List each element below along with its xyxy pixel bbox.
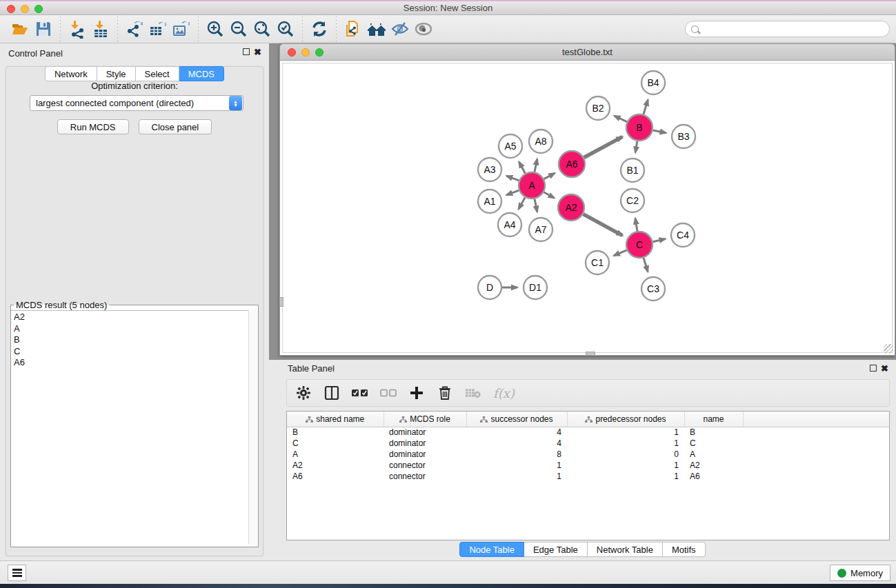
import-network-icon[interactable]	[66, 17, 89, 41]
table-row[interactable]: Bdominator41B	[287, 427, 889, 438]
table-row[interactable]: Cdominator41C	[287, 438, 889, 449]
edge-B-B2[interactable]	[615, 116, 627, 122]
table-row[interactable]: Adominator80A	[287, 449, 889, 460]
cell-shared-name[interactable]: C	[287, 438, 384, 449]
table-tab-network-table[interactable]: Network Table	[588, 542, 663, 557]
edge-A-A2[interactable]	[544, 192, 554, 199]
save-session-icon[interactable]	[32, 17, 55, 41]
edge-A-A5[interactable]	[519, 162, 525, 174]
cell-shared-name[interactable]: A2	[287, 460, 384, 471]
table-tab-motifs[interactable]: Motifs	[663, 542, 706, 557]
edge-A-A6[interactable]	[544, 173, 555, 179]
cell-predecessor-nodes[interactable]: 1	[567, 471, 684, 482]
task-history-button[interactable]	[8, 565, 26, 581]
deselect-all-icon[interactable]	[380, 385, 397, 401]
result-scrollbar[interactable]	[248, 310, 258, 545]
delete-icon[interactable]	[437, 385, 453, 401]
zoom-in-icon[interactable]	[203, 17, 227, 41]
cell-name[interactable]: A6	[684, 471, 743, 482]
edge-A-A8[interactable]	[535, 159, 537, 172]
column-view-icon[interactable]	[323, 385, 340, 401]
horizontal-scroll-nub[interactable]	[586, 352, 595, 356]
select-all-icon[interactable]	[352, 385, 368, 401]
export-table-icon[interactable]	[146, 17, 170, 41]
open-file-icon[interactable]	[8, 17, 32, 41]
cell-shared-name[interactable]: B	[287, 427, 384, 438]
edge-A-A4[interactable]	[519, 197, 525, 209]
mcds-result-list[interactable]: A2ABCA6	[11, 310, 258, 545]
float-panel-icon[interactable]	[243, 48, 250, 57]
search-field[interactable]	[685, 21, 890, 37]
search-input[interactable]	[702, 23, 889, 35]
show-graphics-icon[interactable]	[412, 17, 435, 41]
column-header-predecessor-nodes[interactable]: predecessor nodes	[567, 412, 684, 427]
cell-MCDS-role[interactable]: connector	[384, 471, 466, 482]
edge-B-B4[interactable]	[644, 100, 648, 114]
cell-successor-nodes[interactable]: 1	[466, 460, 567, 471]
home-networks-icon[interactable]	[365, 17, 388, 41]
column-header-shared-name[interactable]: shared name	[287, 412, 384, 427]
edge-B-B1[interactable]	[635, 141, 637, 153]
table-row[interactable]: A2connector11A2	[287, 460, 889, 471]
clear-table-icon[interactable]	[465, 385, 481, 401]
network-zoom-button[interactable]	[315, 48, 323, 57]
run-mcds-button[interactable]: Run MCDS	[57, 119, 129, 134]
cell-successor-nodes[interactable]: 4	[466, 427, 567, 438]
network-canvas[interactable]: B4B2BB3A5A8A6B1A3AA1C2A2A4A7C4CC1C3DD1	[279, 61, 895, 356]
tab-mcds[interactable]: MCDS	[179, 66, 224, 81]
edge-A-A7[interactable]	[535, 199, 537, 212]
cell-successor-nodes[interactable]: 1	[466, 471, 567, 482]
network-minimize-button[interactable]	[301, 48, 310, 57]
cell-predecessor-nodes[interactable]: 1	[567, 427, 684, 438]
result-list-item[interactable]: C	[11, 345, 258, 357]
cell-MCDS-role[interactable]: dominator	[384, 427, 466, 438]
import-table-icon[interactable]	[89, 17, 112, 41]
zoom-window-button[interactable]	[34, 5, 43, 13]
edge-C-C4[interactable]	[653, 239, 666, 242]
table-float-panel-icon[interactable]	[870, 365, 877, 373]
edge-C-C2[interactable]	[635, 219, 637, 232]
cell-shared-name[interactable]: A6	[287, 471, 384, 482]
node-table[interactable]: shared nameMCDS rolesuccessor nodesprede…	[286, 411, 890, 540]
tab-network[interactable]: Network	[45, 66, 97, 81]
result-list-item[interactable]: B	[11, 334, 258, 345]
edge-C-C3[interactable]	[644, 258, 648, 272]
table-tab-node-table[interactable]: Node Table	[459, 542, 524, 557]
minimize-window-button[interactable]	[21, 5, 29, 13]
window-resize-grip[interactable]	[884, 344, 893, 354]
cell-predecessor-nodes[interactable]: 1	[567, 438, 684, 449]
close-panel-icon[interactable]: ✖	[254, 48, 261, 57]
result-list-item[interactable]: A	[11, 323, 258, 334]
cell-MCDS-role[interactable]: connector	[384, 460, 466, 471]
cell-shared-name[interactable]: A	[287, 449, 384, 460]
cell-name[interactable]: C	[684, 438, 743, 449]
cell-name[interactable]: A	[684, 449, 743, 460]
vertical-scroll-nub[interactable]	[279, 297, 283, 307]
network-window-titlebar[interactable]: testGlobe.txt	[279, 43, 895, 61]
zoom-out-icon[interactable]	[227, 17, 250, 41]
close-window-button[interactable]	[7, 5, 15, 13]
result-list-item[interactable]: A2	[11, 311, 258, 323]
result-list-item[interactable]: A6	[11, 356, 258, 368]
gear-icon[interactable]	[295, 385, 312, 401]
table-row[interactable]: A6connector11A6	[287, 471, 889, 482]
cell-successor-nodes[interactable]: 4	[466, 438, 567, 449]
network-close-button[interactable]	[288, 48, 296, 57]
zoom-selected-icon[interactable]	[274, 17, 297, 41]
edge-A-A1[interactable]	[506, 190, 519, 195]
refresh-icon[interactable]	[308, 17, 331, 41]
table-close-panel-icon[interactable]: ✖	[881, 365, 888, 373]
edge-A-A3[interactable]	[506, 176, 519, 181]
duplicate-network-icon[interactable]	[341, 17, 365, 41]
cell-MCDS-role[interactable]: dominator	[384, 449, 466, 460]
hide-graphics-icon[interactable]	[388, 17, 412, 41]
export-image-icon[interactable]	[170, 17, 193, 41]
edge-A2-C[interactable]	[584, 214, 623, 236]
cell-name[interactable]: A2	[684, 460, 743, 471]
edge-A6-B[interactable]	[584, 136, 623, 157]
cell-successor-nodes[interactable]: 8	[466, 449, 567, 460]
memory-button[interactable]: Memory	[830, 565, 890, 581]
column-header-MCDS-role[interactable]: MCDS role	[384, 412, 466, 427]
cell-predecessor-nodes[interactable]: 1	[567, 460, 684, 471]
column-header-successor-nodes[interactable]: successor nodes	[466, 412, 567, 427]
